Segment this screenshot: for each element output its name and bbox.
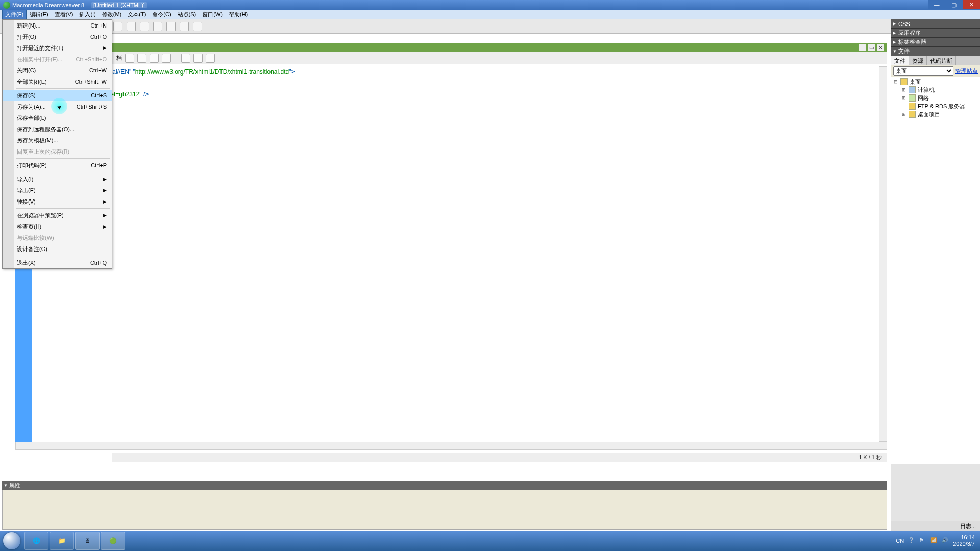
tree-node[interactable]: ⊞桌面项目 (893, 110, 978, 118)
doc-restore-button[interactable]: ▭ (868, 44, 875, 51)
taskbar-dreamweaver-button[interactable]: 🟢 (101, 532, 125, 550)
files-tree[interactable]: ⊟桌面⊞计算机⊞网络FTP & RDS 服务器⊞桌面项目 (891, 77, 980, 464)
menu-item[interactable]: 导入(I)▶ (3, 173, 112, 185)
menu-edit[interactable]: 编辑(E) (27, 10, 52, 19)
tree-node[interactable]: ⊞计算机 (893, 86, 978, 94)
tree-expand-icon[interactable]: ⊞ (901, 87, 906, 92)
tab-snippets[interactable]: 代码片断 (927, 56, 956, 65)
menu-item[interactable]: 全部关闭(E)Ctrl+Shift+W (3, 76, 112, 87)
code-editor[interactable]: //DTD XHTML 1.0 Transitional//EN" "http:… (32, 66, 887, 449)
ime-indicator[interactable]: CN (896, 538, 904, 544)
menu-item[interactable]: 转换(V)▶ (3, 196, 112, 207)
tree-expand-icon[interactable]: ⊞ (901, 95, 906, 101)
submenu-arrow-icon: ▶ (103, 188, 107, 193)
code-toolbar-icon[interactable] (150, 54, 159, 63)
app-panel-header[interactable]: 应用程序 (891, 29, 980, 38)
folder-icon (909, 103, 916, 110)
menu-item[interactable]: 保存(S)Ctrl+S (3, 90, 112, 101)
start-button[interactable] (0, 531, 23, 551)
window-close-button[interactable]: ✕ (963, 0, 980, 9)
menu-item-label: 全部关闭(E) (17, 78, 47, 86)
menu-item: 在框架中打开(F)...Ctrl+Shift+O (3, 54, 112, 65)
menu-file[interactable]: 文件(F) (2, 10, 27, 19)
taskbar-app-button[interactable]: 🖥 (75, 532, 100, 550)
code-text: "> (289, 68, 295, 76)
code-toolbar-icon[interactable] (125, 54, 134, 63)
tree-node[interactable]: ⊞网络 (893, 94, 978, 102)
menu-item[interactable]: 打开最近的文件(T)▶ (3, 42, 112, 54)
menu-commands[interactable]: 命令(C) (149, 10, 174, 19)
menu-item[interactable]: 设计备注(G) (3, 243, 112, 255)
folder-icon (909, 94, 916, 102)
menu-item[interactable]: 保存到远程服务器(O)... (3, 123, 112, 135)
network-icon[interactable]: 📶 (930, 537, 938, 544)
toolbar-icon[interactable] (140, 22, 149, 31)
doc-close-button[interactable]: ✕ (877, 44, 884, 51)
panel-title: 应用程序 (898, 29, 921, 37)
toolbar-icon[interactable] (180, 22, 189, 31)
tree-node[interactable]: FTP & RDS 服务器 (893, 102, 978, 110)
toolbar-icon[interactable] (127, 22, 136, 31)
menu-item[interactable]: 保存全部(L) (3, 112, 112, 123)
menu-item-label: 打开(O) (17, 33, 36, 41)
windows-taskbar: 🌐 📁 🖥 🟢 CN ❔ ⚑ 📶 🔊 16:14 2020/3/7 (0, 531, 980, 551)
site-selector-row: 桌面 管理站点 (891, 65, 980, 77)
menu-item[interactable]: 新建(N)...Ctrl+N (3, 20, 112, 31)
files-panel-header[interactable]: 文件 (891, 47, 980, 56)
panel-title: 标签检查器 (898, 38, 926, 46)
menu-item[interactable]: 在浏览器中预览(P)▶ (3, 210, 112, 221)
toolbar-icon[interactable] (113, 22, 122, 31)
taskbar-clock[interactable]: 16:14 2020/3/7 (953, 534, 975, 547)
properties-panel-header[interactable]: 属性 (2, 481, 887, 490)
tag-panel-header[interactable]: 标签检查器 (891, 38, 980, 47)
menu-item[interactable]: 另存为模板(M)... (3, 135, 112, 146)
css-panel-header[interactable]: CSS (891, 19, 980, 29)
tray-icon[interactable]: ❔ (908, 537, 915, 544)
window-maximize-button[interactable]: ▢ (945, 0, 963, 9)
menu-item[interactable]: 退出(X)Ctrl+Q (3, 257, 112, 268)
tab-assets[interactable]: 资源 (909, 56, 927, 65)
file-menu-dropdown: 新建(N)...Ctrl+N打开(O)Ctrl+O打开最近的文件(T)▶在框架中… (2, 19, 112, 269)
doc-minimize-button[interactable]: — (859, 44, 866, 51)
code-toolbar-icon[interactable] (162, 54, 171, 63)
site-select[interactable]: 桌面 (893, 66, 953, 76)
flag-icon[interactable]: ⚑ (919, 537, 926, 544)
tab-files[interactable]: 文件 (891, 56, 909, 65)
code-toolbar-icon[interactable] (193, 54, 203, 63)
tree-node-label: 桌面项目 (918, 111, 940, 118)
toolbar-icon[interactable] (193, 22, 202, 31)
menu-modify[interactable]: 修改(M) (99, 10, 125, 19)
horizontal-scrollbar[interactable] (15, 442, 887, 450)
menu-help[interactable]: 帮助(H) (226, 10, 251, 19)
tree-expand-icon[interactable]: ⊞ (901, 112, 906, 117)
toolbar-icon[interactable] (166, 22, 176, 31)
menu-item[interactable]: 另存为(A)...Ctrl+Shift+S (3, 101, 112, 112)
menu-view[interactable]: 查看(V) (52, 10, 77, 19)
menu-item-label: 与远端比较(W) (17, 234, 54, 242)
title-field-label: 档 (116, 54, 122, 62)
menu-item[interactable]: 关闭(C)Ctrl+W (3, 65, 112, 76)
menu-text[interactable]: 文本(T) (125, 10, 149, 19)
code-toolbar-icon[interactable] (137, 54, 146, 63)
code-toolbar-icon[interactable] (206, 54, 215, 63)
app-title: Macromedia Dreamweaver 8 (12, 2, 84, 8)
menu-item[interactable]: 打开(O)Ctrl+O (3, 31, 112, 42)
manage-sites-link[interactable]: 管理站点 (955, 67, 978, 75)
log-footer[interactable]: 日志... (891, 521, 980, 531)
tree-node[interactable]: ⊟桌面 (893, 78, 978, 86)
code-toolbar-icon[interactable] (181, 54, 190, 63)
menu-item[interactable]: 导出(E)▶ (3, 185, 112, 196)
taskbar-ie-button[interactable]: 🌐 (24, 532, 48, 550)
window-minimize-button[interactable]: — (928, 0, 945, 9)
menu-item[interactable]: 打印代码(P)Ctrl+P (3, 160, 112, 171)
menu-window[interactable]: 窗口(W) (199, 10, 226, 19)
menu-insert[interactable]: 插入(I) (76, 10, 99, 19)
tree-expand-icon[interactable]: ⊟ (893, 79, 898, 84)
toolbar-icon[interactable] (153, 22, 162, 31)
folder-icon (900, 78, 908, 85)
menu-item[interactable]: 检查页(H)▶ (3, 221, 112, 232)
menu-site[interactable]: 站点(S) (175, 10, 200, 19)
volume-icon[interactable]: 🔊 (942, 537, 949, 544)
taskbar-explorer-button[interactable]: 📁 (50, 532, 74, 550)
vertical-scrollbar[interactable] (879, 66, 887, 442)
